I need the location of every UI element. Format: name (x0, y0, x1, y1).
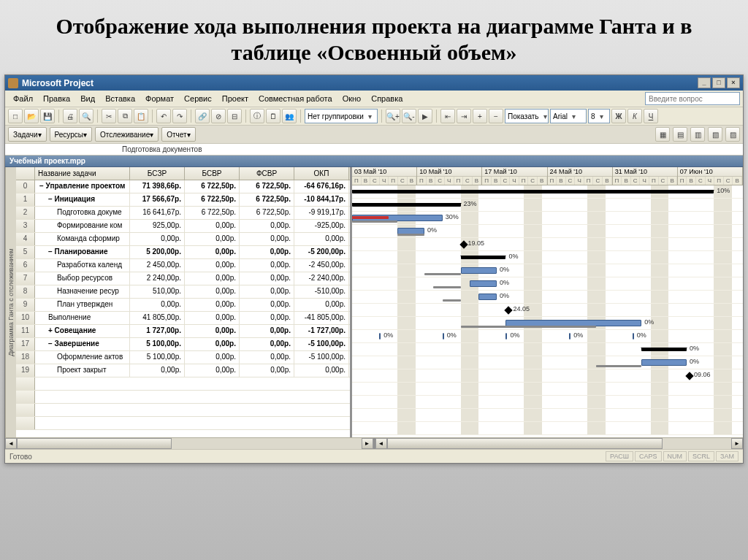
zoomout-icon[interactable]: 🔍- (402, 109, 416, 123)
outdent-icon[interactable]: ⇤ (440, 109, 455, 123)
row-num[interactable]: 7 (16, 272, 35, 285)
print-icon[interactable]: 🖨 (63, 109, 77, 123)
nav-report[interactable]: Отчет ▾ (161, 127, 195, 142)
menu-window[interactable]: Окно (337, 93, 367, 104)
gantt-bar-task[interactable] (478, 294, 497, 300)
nav-tracking[interactable]: Отслеживание ▾ (95, 127, 159, 142)
cell-fsvr[interactable]: 0,00р. (240, 233, 294, 245)
gantt-bar-summary[interactable] (461, 256, 506, 259)
cell-bsvr[interactable]: 0,00р. (185, 312, 240, 324)
table-row[interactable]: 4Команда сформир0,00р.0,00р.0,00р.0,00р. (16, 233, 350, 246)
cell-name[interactable]: Проект закрыт (35, 364, 130, 377)
cell-fsvr[interactable]: 0,00р. (240, 338, 294, 350)
cell-name[interactable]: Подготовка докуме (35, 207, 130, 219)
menu-file[interactable]: Файл (8, 93, 38, 104)
cell-bsvr[interactable]: 0,00р. (185, 364, 240, 377)
copy-icon[interactable]: ⧉ (118, 109, 132, 123)
gantt-bar-summary[interactable] (641, 348, 687, 351)
cell-bszr[interactable]: 5 200,00р. (130, 246, 185, 258)
cell-bszr[interactable]: 510,00р. (130, 285, 185, 298)
cell-bsvr[interactable]: 6 722,50р. (185, 207, 240, 219)
preview-icon[interactable]: 🔍 (79, 109, 94, 123)
row-num[interactable]: 6 (16, 259, 35, 272)
cell-name[interactable]: Формирование ком (35, 220, 130, 232)
table-row[interactable]: 9План утвержден0,00р.0,00р.0,00р.0,00р. (16, 299, 350, 312)
open-icon[interactable]: 📂 (24, 109, 39, 123)
nav-resources[interactable]: Ресурсы ▾ (50, 127, 92, 142)
cell-fsvr[interactable]: 0,00р. (240, 299, 294, 311)
cell-bszr[interactable]: 5 100,00р. (130, 338, 185, 350)
cell-okp[interactable]: -10 844,17р. (294, 193, 349, 206)
gantt-bar-prog[interactable] (352, 216, 389, 219)
cell-bsvr[interactable]: 0,00р. (185, 285, 240, 298)
plus-icon[interactable]: + (473, 109, 487, 123)
cell-okp[interactable]: -64 676,16р. (294, 180, 349, 193)
cell-bsvr[interactable]: 0,00р. (185, 299, 240, 311)
cell-okp[interactable]: -2 240,00р. (294, 272, 349, 285)
cell-okp[interactable]: -1 727,00р. (294, 325, 349, 337)
cell-name[interactable]: Выбор ресурсов (35, 272, 130, 285)
cell-fsvr[interactable]: 0,00р. (240, 364, 294, 377)
th-bsvr[interactable]: БСВР (185, 167, 240, 180)
view-icon-5[interactable]: ▨ (725, 127, 740, 142)
cell-bszr[interactable]: 71 398,66р. (130, 180, 185, 193)
new-icon[interactable]: □ (8, 109, 23, 123)
cell-okp[interactable]: 0,00р. (294, 233, 349, 245)
th-okp[interactable]: ОКП (294, 167, 349, 180)
cell-okp[interactable]: 0,00р. (294, 364, 349, 377)
cell-bszr[interactable]: 0,00р. (130, 233, 185, 245)
help-search[interactable] (645, 92, 740, 105)
cell-fsvr[interactable]: 0,00р. (240, 272, 294, 285)
notes-icon[interactable]: 🗒 (266, 109, 280, 123)
cell-okp[interactable]: -5 100,00р. (294, 351, 349, 364)
row-num[interactable]: 10 (16, 312, 35, 324)
cell-bszr[interactable]: 17 566,67р. (130, 193, 185, 206)
gantt-bar-base[interactable] (424, 273, 461, 275)
row-num[interactable]: 19 (16, 364, 35, 377)
cell-bszr[interactable]: 16 641,67р. (130, 207, 185, 219)
scroll-right-icon-2[interactable]: ► (731, 438, 743, 449)
row-num[interactable]: 17 (16, 338, 35, 350)
table-row[interactable]: 10Выполнение41 805,00р.0,00р.0,00р.-41 8… (16, 312, 350, 325)
row-num[interactable]: 18 (16, 351, 35, 364)
gantt-pane[interactable]: 03 Май '10ПВСЧПСВ10 Май '10ПВСЧПСВ17 Май… (352, 167, 743, 437)
scroll-thumb-left[interactable] (17, 438, 172, 449)
redo-icon[interactable]: ↷ (172, 109, 187, 123)
gantt-bar-summary[interactable] (352, 190, 714, 193)
close-button[interactable]: × (727, 77, 740, 88)
cell-okp[interactable]: -2 450,00р. (294, 259, 349, 272)
indent-icon[interactable]: ⇥ (457, 109, 471, 123)
cell-bsvr[interactable]: 0,00р. (185, 325, 240, 337)
row-num[interactable]: 3 (16, 220, 35, 232)
cell-bsvr[interactable]: 0,00р. (185, 351, 240, 364)
hscroll[interactable]: ◄ ► ◄ ► (5, 437, 743, 449)
gantt-bar-task[interactable] (505, 333, 507, 340)
cell-okp[interactable]: 0,00р. (294, 299, 349, 311)
cell-okp[interactable]: -41 805,00р. (294, 312, 349, 324)
gantt-milestone[interactable] (459, 240, 468, 248)
row-num[interactable]: 5 (16, 246, 35, 258)
assign-icon[interactable]: 👥 (282, 109, 297, 123)
grouping-select[interactable]: Нет группировки (305, 109, 378, 123)
cell-fsvr[interactable]: 0,00р. (240, 351, 294, 364)
cell-name[interactable]: − Инициация (35, 193, 130, 206)
cell-bsvr[interactable]: 0,00р. (185, 338, 240, 350)
cell-bsvr[interactable]: 6 722,50р. (185, 180, 240, 193)
cell-bszr[interactable]: 0,00р. (130, 364, 185, 377)
view-icon-4[interactable]: ▧ (708, 127, 722, 142)
gantt-bar-task[interactable] (470, 280, 497, 287)
gantt-milestone[interactable] (505, 306, 513, 314)
table-row[interactable]: 2Подготовка докуме16 641,67р.6 722,50р.6… (16, 207, 350, 220)
maximize-button[interactable]: □ (712, 77, 725, 88)
table-row[interactable]: 11+ Совещание1 727,00р.0,00р.0,00р.-1 72… (16, 325, 350, 338)
row-num[interactable]: 1 (16, 193, 35, 206)
row-num[interactable]: 4 (16, 233, 35, 245)
cell-bsvr[interactable]: 0,00р. (185, 272, 240, 285)
cell-fsvr[interactable]: 0,00р. (240, 312, 294, 324)
cell-okp[interactable]: -5 100,00р. (294, 338, 349, 350)
menu-project[interactable]: Проект (217, 93, 253, 104)
row-num[interactable]: 9 (16, 299, 35, 311)
split-icon[interactable]: ⊟ (227, 109, 242, 123)
minus-icon[interactable]: − (489, 109, 503, 123)
cell-okp[interactable]: -5 200,00р. (294, 246, 349, 258)
